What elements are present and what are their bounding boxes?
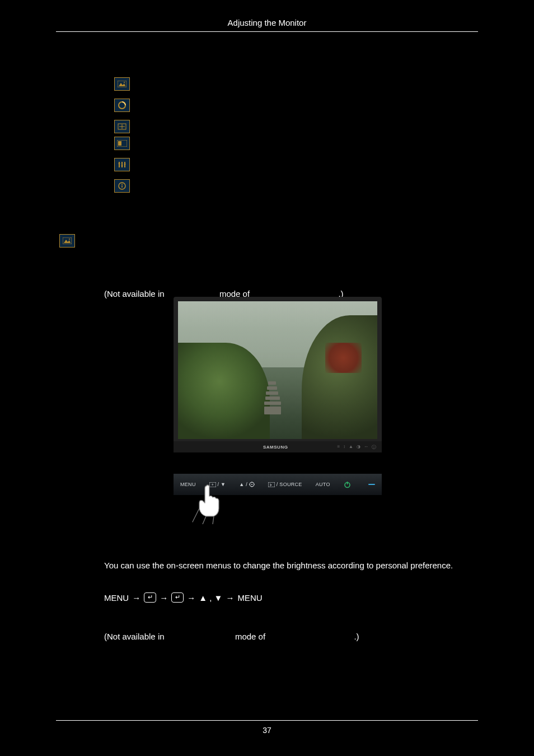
power-icon [344,481,351,488]
svg-point-17 [121,184,123,185]
svg-rect-18 [63,237,72,244]
page-title: Adjusting the Monitor [0,18,534,27]
text: / SOURCE [277,482,302,487]
bezel-icon: ▲ [349,444,353,450]
monitor-bezel: SAMSUNG ≡ ↕ ▲ ◑ ↔ ⓘ [174,441,382,452]
bezel-icon: ⓘ [372,444,376,450]
brand-label: SAMSUNG [263,445,288,450]
bezel-icon: ↕ [343,444,345,450]
description-paragraph: You can use the on-screen menus to chang… [104,560,479,571]
equalizer-icon [114,158,130,171]
page-number: 37 [0,726,534,735]
svg-point-2 [124,82,125,83]
text: mode of [235,632,268,641]
source-button-label: / SOURCE [268,482,302,487]
arrow-icon: → [132,593,140,603]
footer-rule [56,720,478,721]
bezel-icon: ↔ [364,444,368,450]
screen-size-icon [114,120,130,133]
up-button-label: ▲ / [239,482,255,487]
header-rule [56,31,478,32]
arrow-icon: → [160,593,168,603]
enter-key-icon: ↵ [144,592,156,603]
sample-monitor-image: SAMSUNG ≡ ↕ ▲ ◑ ↔ ⓘ [174,297,382,452]
seq-updown: ▲ , ▼ [199,593,222,603]
seq-menu-end: MENU [237,593,262,603]
bezel-icon: ≡ [337,444,340,450]
section-picture-icon [59,234,75,248]
text: .) [354,632,359,641]
picture-mode-icon [114,77,130,91]
svg-rect-0 [118,81,127,87]
enter-key-icon: ↵ [171,592,184,603]
seq-menu: MENU [104,593,129,603]
arrow-icon: → [187,593,195,603]
sample-photo [178,301,377,439]
osd-icon-stack [114,77,130,200]
menu-sequence: MENU → ↵ → ↵ → ▲ , ▼ → MENU [104,592,263,603]
color-ring-icon [114,99,130,112]
led-indicator-icon [368,484,375,485]
availability-line-2: (Not available in mode of .) [104,632,359,641]
svg-marker-19 [64,240,71,243]
bezel-indicator-icons: ≡ ↕ ▲ ◑ ↔ ⓘ [337,444,376,450]
svg-point-24 [251,484,252,485]
pressing-hand-icon [189,484,228,524]
svg-marker-1 [119,83,125,86]
button-strip-figure: MENU + / ▼ ▲ / / SOURCE AUTO [174,474,382,505]
svg-point-12 [119,163,120,165]
aspect-icon [114,137,130,150]
text: (Not available in [104,632,167,641]
svg-rect-8 [118,141,121,146]
svg-point-20 [69,239,70,240]
text: (Not available in [104,289,167,298]
text: ▲ / [239,482,249,487]
info-icon [114,179,130,193]
bezel-icon: ◑ [357,444,360,450]
svg-point-13 [121,165,123,167]
svg-point-14 [124,164,126,165]
arrow-icon: → [226,593,234,603]
auto-button-label: AUTO [316,482,330,487]
